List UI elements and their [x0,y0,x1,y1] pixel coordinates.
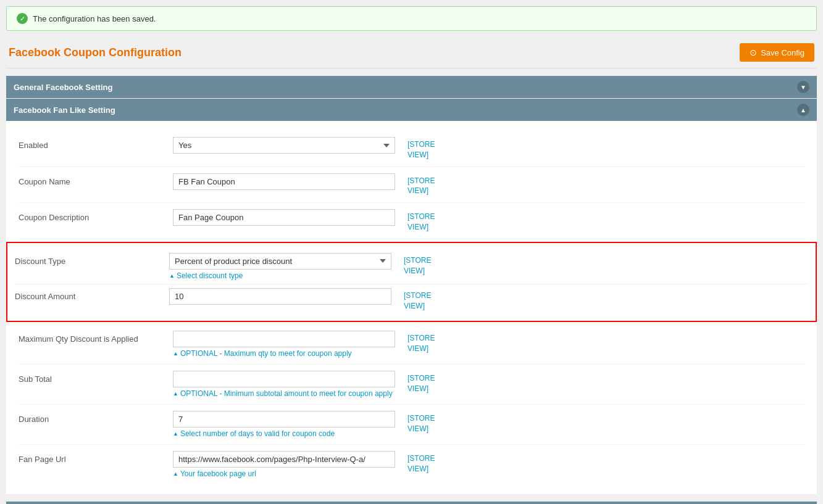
sub-total-hint: OPTIONAL - Minimum subtotal amount to me… [173,389,395,398]
duration-hint: Select number of days to valid for coupo… [173,429,395,438]
page-title: Facebook Coupon Configuration [9,46,182,59]
product-like-setting-header[interactable]: Product Like Setting ▼ [6,502,817,504]
fan-page-url-label: Fan Page Url [19,451,173,464]
sub-total-label: Sub Total [19,371,173,384]
success-message: The configuration has been saved. [33,14,156,23]
save-config-button[interactable]: ⊙ Save Config [740,43,814,62]
discount-type-hint: Select discount type [169,271,391,280]
fan-page-url-store-view[interactable]: [STORE VIEW] [407,451,445,474]
enabled-select[interactable]: Yes No [173,137,395,154]
coupon-name-label: Coupon Name [19,173,173,186]
coupon-description-row: Coupon Description [STORE VIEW] [19,203,804,239]
discount-type-store-view[interactable]: [STORE VIEW] [404,253,441,276]
max-qty-control: OPTIONAL - Maximum qty to meet for coupo… [173,331,395,358]
discount-type-label: Discount Type [15,253,169,266]
coupon-description-input[interactable] [173,209,395,226]
fan-page-url-control: Your facebook page url [173,451,395,478]
sub-total-store-view[interactable]: [STORE VIEW] [407,371,445,394]
coupon-name-control [173,173,395,190]
duration-control: Select number of days to valid for coupo… [173,411,395,438]
fan-page-url-row: Fan Page Url Your facebook page url [STO… [19,445,804,484]
discount-amount-input[interactable] [169,288,391,305]
discount-amount-label: Discount Amount [15,288,169,301]
fan-like-section-label: Facebook Fan Like Setting [14,105,115,115]
duration-label: Duration [19,411,173,424]
page-header: Facebook Coupon Configuration ⊙ Save Con… [6,38,817,68]
sub-total-row: Sub Total OPTIONAL - Minimum subtotal am… [19,365,804,405]
discount-type-control: Percent of product price discount Fixed … [169,253,391,280]
enabled-store-view[interactable]: [STORE VIEW] [407,137,445,160]
discount-type-select[interactable]: Percent of product price discount Fixed … [169,253,391,270]
coupon-description-control [173,209,395,226]
discount-amount-row: Discount Amount [STORE VIEW] [15,284,808,315]
max-qty-hint: OPTIONAL - Maximum qty to meet for coupo… [173,349,395,358]
max-qty-store-view[interactable]: [STORE VIEW] [407,331,445,354]
fan-page-url-input[interactable] [173,451,395,468]
discount-type-row: Discount Type Percent of product price d… [15,249,808,284]
max-qty-input[interactable] [173,331,395,347]
success-bar: ✓ The configuration has been saved. [6,6,817,31]
fan-like-toggle-icon: ▲ [797,104,809,116]
page-wrapper: ✓ The configuration has been saved. Face… [0,0,823,504]
max-qty-row: Maximum Qty Discount is Applied OPTIONAL… [19,324,804,365]
sub-total-control: OPTIONAL - Minimum subtotal amount to me… [173,371,395,398]
discount-group: Discount Type Percent of product price d… [6,242,817,323]
duration-store-view[interactable]: [STORE VIEW] [407,411,445,434]
general-facebook-setting-header[interactable]: General Facebook Setting ▼ [6,76,817,98]
enabled-control: Yes No [173,137,395,154]
coupon-description-label: Coupon Description [19,209,173,222]
coupon-name-store-view[interactable]: [STORE VIEW] [407,173,445,197]
enabled-label: Enabled [19,137,173,150]
coupon-description-store-view[interactable]: [STORE VIEW] [407,209,445,233]
sub-total-input[interactable] [173,371,395,387]
coupon-name-row: Coupon Name [STORE VIEW] [19,167,804,204]
save-icon: ⊙ [750,48,757,57]
success-icon: ✓ [17,13,28,24]
enabled-row: Enabled Yes No [STORE VIEW] [19,131,804,167]
fan-page-url-hint: Your facebook page url [173,469,395,478]
discount-amount-store-view[interactable]: [STORE VIEW] [404,288,441,312]
max-qty-label: Maximum Qty Discount is Applied [19,331,173,344]
duration-row: Duration Select number of days to valid … [19,405,804,445]
general-toggle-icon: ▼ [797,81,809,93]
duration-input[interactable] [173,411,395,428]
general-section-label: General Facebook Setting [14,83,112,92]
fan-like-setting-header[interactable]: Facebook Fan Like Setting ▲ [6,99,817,121]
coupon-name-input[interactable] [173,173,395,190]
discount-amount-control [169,288,391,305]
fan-like-section-content: Enabled Yes No [STORE VIEW] Coupon Name … [6,121,817,494]
